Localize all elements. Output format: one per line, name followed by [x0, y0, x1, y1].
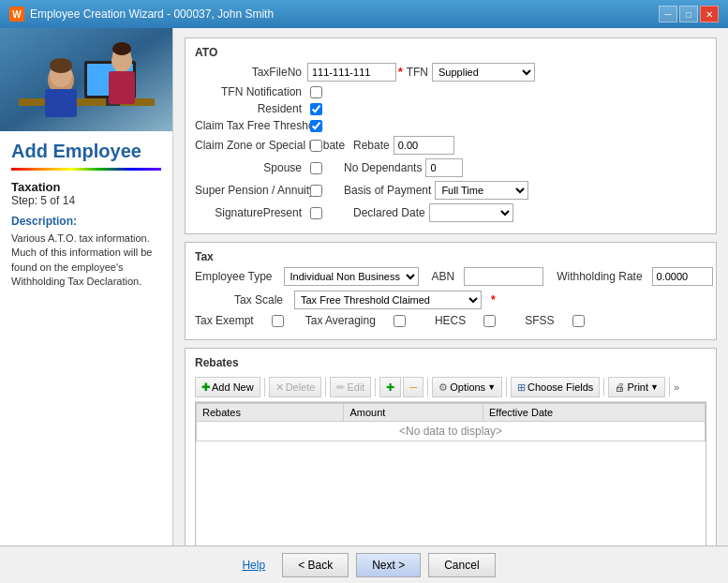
- toolbar-sep4: [427, 378, 428, 396]
- print-button[interactable]: 🖨 Print ▼: [608, 377, 665, 397]
- cancel-button[interactable]: Cancel: [428, 553, 495, 577]
- tfn-label: TFN: [407, 66, 428, 79]
- toolbar-sep2: [325, 378, 326, 396]
- yellow-minus-icon: ─: [409, 381, 417, 393]
- tfn-notification-checkbox[interactable]: [310, 86, 322, 98]
- svg-point-12: [112, 42, 131, 55]
- basis-of-payment-label: Basis of Payment: [344, 184, 431, 197]
- left-panel: Add Employee Taxation Step: 5 of 14 Desc…: [0, 28, 173, 583]
- rebates-section: Rebates ✚ Add New ✕ Delete ✏ Edit: [185, 348, 717, 579]
- toolbar-sep5: [506, 378, 507, 396]
- step-label: Step: 5 of 14: [11, 194, 161, 207]
- tax-scale-label: Tax Scale: [195, 293, 289, 306]
- signature-present-checkbox[interactable]: [310, 207, 322, 219]
- description-text: Various A.T.O. tax information. Much of …: [11, 232, 161, 290]
- add-icon: ✚: [201, 381, 210, 394]
- help-link[interactable]: Help: [232, 555, 275, 576]
- abn-input[interactable]: [464, 267, 543, 286]
- description-label: Description:: [11, 215, 161, 228]
- svg-point-8: [50, 58, 72, 73]
- delete-button[interactable]: ✕ Delete: [269, 377, 322, 397]
- employee-type-label: Employee Type: [195, 270, 278, 283]
- claim-tax-free-checkbox[interactable]: [310, 120, 322, 132]
- super-pension-label: Super Pension / Annuity: [195, 184, 307, 197]
- tfn-select[interactable]: Supplied Not Supplied Pending: [432, 63, 535, 82]
- rebates-toolbar: ✚ Add New ✕ Delete ✏ Edit ✚ ─: [195, 373, 706, 402]
- withholding-rate-label: Withholding Rate: [557, 270, 642, 283]
- signature-present-label: SignaturePresent: [195, 206, 307, 219]
- tax-exempt-checkbox[interactable]: [272, 315, 284, 327]
- add-employee-title: Add Employee: [11, 141, 161, 162]
- tax-title: Tax: [195, 250, 706, 263]
- print-chevron: ▼: [650, 382, 659, 392]
- resident-checkbox[interactable]: [310, 103, 322, 115]
- toolbar-sep6: [603, 378, 604, 396]
- tfn-required-star: *: [398, 66, 403, 79]
- close-button[interactable]: ✕: [700, 6, 719, 22]
- maximize-button[interactable]: □: [679, 6, 698, 22]
- tax-averaging-label: Tax Averaging: [305, 314, 376, 327]
- window-title: Employee Creation Wizard - 000037, John …: [30, 7, 274, 21]
- declared-date-label: Declared Date: [353, 206, 425, 219]
- no-data-row: <No data to display>: [197, 422, 706, 441]
- yellow-minus-button[interactable]: ─: [403, 377, 423, 397]
- section-label: Taxation: [11, 180, 161, 194]
- hecs-checkbox[interactable]: [483, 315, 496, 327]
- tax-section: Tax Employee Type Individual Non Busines…: [185, 242, 717, 340]
- back-button[interactable]: < Back: [282, 553, 349, 577]
- minimize-button[interactable]: ─: [659, 6, 677, 22]
- spouse-label: Spouse: [195, 161, 307, 174]
- employee-type-select[interactable]: Individual Non Business Company Partners…: [284, 267, 419, 286]
- claim-zone-checkbox[interactable]: [310, 140, 322, 152]
- super-pension-checkbox[interactable]: [310, 185, 322, 197]
- rebate-input[interactable]: [394, 136, 454, 155]
- employee-photo: [0, 28, 172, 131]
- bottom-bar: Help < Back Next > Cancel: [0, 546, 728, 583]
- title-bar: W Employee Creation Wizard - 000037, Joh…: [0, 0, 728, 28]
- edit-button[interactable]: ✏ Edit: [330, 377, 371, 397]
- green-plus-button[interactable]: ✚: [379, 377, 401, 397]
- svg-rect-10: [109, 71, 135, 104]
- toolbar-sep1: [264, 378, 265, 396]
- withholding-rate-input[interactable]: [652, 267, 713, 286]
- options-button[interactable]: ⚙ Options ▼: [432, 377, 502, 397]
- no-data-text: <No data to display>: [197, 422, 706, 441]
- sfss-label: SFSS: [525, 314, 554, 327]
- app-icon: W: [9, 7, 24, 22]
- taxfileno-input[interactable]: [307, 63, 396, 82]
- no-dependants-label: No Dependants: [344, 161, 422, 174]
- choose-fields-button[interactable]: ⊞ Choose Fields: [511, 377, 600, 397]
- claim-tax-free-label: Claim Tax Free Threshold: [195, 119, 307, 132]
- declared-date-select[interactable]: [429, 203, 513, 222]
- print-icon: 🖨: [615, 381, 625, 393]
- window-controls: ─ □ ✕: [659, 6, 719, 22]
- col-effective-date: Effective Date: [483, 404, 705, 422]
- spouse-checkbox[interactable]: [310, 162, 322, 174]
- no-dependants-input[interactable]: [425, 158, 463, 177]
- options-chevron: ▼: [487, 382, 496, 392]
- rebate-label: Rebate: [353, 139, 390, 152]
- ato-section: ATO TaxFileNo * TFN Supplied Not Supplie…: [185, 37, 717, 234]
- edit-icon: ✏: [336, 381, 345, 394]
- basis-of-payment-select[interactable]: Full Time Part Time Casual Labour Hire: [435, 181, 528, 200]
- next-button[interactable]: Next >: [356, 553, 421, 577]
- svg-rect-6: [45, 89, 77, 117]
- fields-icon: ⊞: [517, 381, 526, 394]
- tfn-notification-label: TFN Notification: [195, 85, 307, 98]
- claim-zone-label: Claim Zone or Special Rebate: [195, 139, 307, 152]
- delete-icon: ✕: [275, 381, 284, 394]
- abn-label: ABN: [432, 270, 455, 283]
- more-tools-icon: »: [674, 381, 679, 393]
- col-amount: Amount: [344, 404, 483, 422]
- hecs-label: HECS: [435, 314, 466, 327]
- right-panel: ATO TaxFileNo * TFN Supplied Not Supplie…: [173, 28, 728, 583]
- tax-averaging-checkbox[interactable]: [394, 315, 406, 327]
- rebates-title: Rebates: [195, 356, 706, 369]
- sfss-checkbox[interactable]: [572, 315, 585, 327]
- tax-scale-required: *: [491, 293, 496, 306]
- tax-scale-select[interactable]: Tax Free Threshold Claimed No Tax Free T…: [294, 291, 482, 309]
- add-new-button[interactable]: ✚ Add New: [195, 377, 260, 397]
- col-rebates: Rebates: [197, 404, 344, 422]
- resident-label: Resident: [195, 102, 307, 115]
- taxfileno-label: TaxFileNo: [195, 66, 307, 79]
